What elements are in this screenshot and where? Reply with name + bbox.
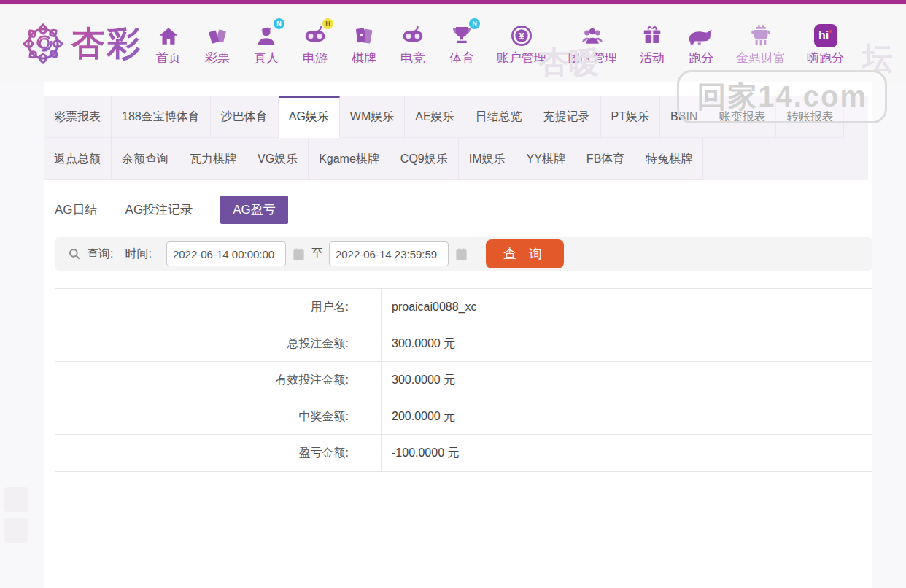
profit-loss-table: 用户名: proaicai0088_xc 总投注金额: 300.0000 元 有… <box>55 288 872 472</box>
search-bar: 查询: 时间: 至 查 询 <box>55 237 872 271</box>
table-row: 中奖金额: 200.0000 元 <box>55 398 872 435</box>
nav-item-lottery[interactable]: 彩票 <box>204 21 231 66</box>
row-label: 用户名: <box>55 289 382 325</box>
nav-label: 电游 <box>303 50 328 66</box>
nav-label: 活动 <box>640 50 665 66</box>
search-icon <box>68 247 81 260</box>
subtab-ag-rijie[interactable]: AG日结 <box>55 201 98 218</box>
nav-label: 真人 <box>254 50 279 66</box>
main-nav: 首页 彩票 N 真人 <box>155 21 844 66</box>
query-label: 查询: <box>87 247 113 262</box>
to-separator: 至 <box>311 247 323 262</box>
nav-item-esports[interactable]: 电竞 <box>399 21 427 66</box>
svg-text:¥: ¥ <box>519 31 524 42</box>
nav-item-sports[interactable]: N 体育 <box>448 21 476 66</box>
tab-caipiao-baobiao[interactable]: 彩票报表 <box>44 96 112 138</box>
nav-label: 首页 <box>156 50 181 66</box>
left-floating-widget[interactable] <box>4 518 28 543</box>
start-datetime-input[interactable] <box>166 241 286 266</box>
row-label: 有效投注金额: <box>55 362 382 398</box>
query-button[interactable]: 查 询 <box>486 239 564 268</box>
nav-label: 彩票 <box>205 50 230 66</box>
tab-rijie-zonglan[interactable]: 日结总览 <box>465 96 533 138</box>
nav-item-promotions[interactable]: 活动 <box>638 21 666 66</box>
valid-bet-value: 300.0000 元 <box>382 362 455 398</box>
total-bet-value: 300.0000 元 <box>382 325 455 361</box>
trophy-icon: N <box>448 21 476 47</box>
watermark: 回家14.com <box>677 70 887 123</box>
hi-icon: hi <box>812 21 840 47</box>
tab-yy-qipai[interactable]: YY棋牌 <box>516 138 576 180</box>
nav-label: 电竞 <box>400 50 425 66</box>
nav-item-paofen[interactable]: 跑分 <box>687 21 715 66</box>
home-icon <box>155 21 182 47</box>
tab-wali-qipai[interactable]: 瓦力棋牌 <box>179 138 247 180</box>
tab-im-yule[interactable]: IM娱乐 <box>459 138 516 180</box>
yuan-coin-icon: ¥ <box>508 21 535 47</box>
cards-icon <box>350 21 378 47</box>
tab-ag-yule[interactable]: AG娱乐 <box>279 96 340 138</box>
page: 杏嗳 坛 杏彩 首页 <box>0 0 906 588</box>
tab-shaba-tiyu[interactable]: 沙巴体育 <box>211 96 279 138</box>
nav-label: 嗨跑分 <box>807 50 844 66</box>
tab-fandian-zonge[interactable]: 返点总额 <box>44 138 112 180</box>
gift-icon <box>638 21 666 47</box>
tab-tetu-qipai[interactable]: 特兔棋牌 <box>635 138 703 180</box>
nav-item-jinding[interactable]: 金鼎财富 <box>736 21 786 66</box>
tab-kgame-qipai[interactable]: Kgame棋牌 <box>309 138 390 180</box>
row-label: 总投注金额: <box>55 325 382 361</box>
live-person-icon: N <box>252 21 280 47</box>
tab-cq9-yule[interactable]: CQ9娱乐 <box>390 138 459 180</box>
calendar-icon[interactable] <box>454 247 468 261</box>
end-datetime-input[interactable] <box>329 241 449 266</box>
rhino-icon <box>687 21 715 47</box>
subtab-ag-touzhu-jilu[interactable]: AG投注记录 <box>125 201 193 218</box>
profit-loss-value: -100.0000 元 <box>382 435 460 471</box>
tab-chongti-jilu[interactable]: 充提记录 <box>533 96 601 138</box>
table-row: 有效投注金额: 300.0000 元 <box>55 362 872 398</box>
ag-subtabs: AG日结 AG投注记录 AG盈亏 <box>55 196 872 223</box>
tab-yue-chaxun[interactable]: 余额查询 <box>112 138 179 180</box>
table-row: 总投注金额: 300.0000 元 <box>55 325 872 362</box>
win-amount-value: 200.0000 元 <box>382 398 455 434</box>
tab-ae-yule[interactable]: AE娱乐 <box>405 96 465 138</box>
brand-name: 杏彩 <box>71 21 142 66</box>
subtab-ag-yingkui[interactable]: AG盈亏 <box>220 196 288 224</box>
username-value: proaicai0088_xc <box>382 289 477 325</box>
nav-item-egames[interactable]: H 电游 <box>301 21 329 66</box>
lottery-tickets-icon <box>204 21 231 47</box>
logo-flower-icon <box>20 21 66 66</box>
nav-label: 棋牌 <box>352 50 376 66</box>
nav-item-live[interactable]: N 真人 <box>252 21 280 66</box>
gamepad-icon: H <box>301 21 329 47</box>
table-row: 用户名: proaicai0088_xc <box>55 289 872 325</box>
badge-n: N <box>469 18 480 29</box>
ding-tripod-icon <box>747 21 775 47</box>
nav-label: 跑分 <box>689 50 713 66</box>
nav-item-cards[interactable]: 棋牌 <box>350 21 378 66</box>
tab-vg-yule[interactable]: VG娱乐 <box>247 138 309 180</box>
nav-label: 体育 <box>449 50 474 66</box>
calendar-icon[interactable] <box>292 247 306 261</box>
watermark-decor-left: 杏嗳 <box>538 42 600 83</box>
time-label: 时间: <box>125 247 151 262</box>
row-label: 中奖金额: <box>55 398 382 434</box>
nav-label: 金鼎财富 <box>736 50 786 66</box>
table-row: 盈亏金额: -100.0000 元 <box>55 435 872 471</box>
badge-h: H <box>322 18 333 29</box>
left-floating-widget[interactable] <box>4 487 28 512</box>
brand-logo[interactable]: 杏彩 <box>20 21 142 66</box>
nav-item-hipaofen[interactable]: hi 嗨跑分 <box>807 21 844 66</box>
tab-pt-yule[interactable]: PT娱乐 <box>601 96 660 138</box>
tab-188-jinbaobo-tiyu[interactable]: 188金宝博体育 <box>112 96 211 138</box>
esports-gamepad-icon <box>399 21 427 47</box>
content-card: 彩票报表 188金宝博体育 沙巴体育 AG娱乐 WM娱乐 AE娱乐 日结总览 充… <box>44 82 872 588</box>
nav-item-home[interactable]: 首页 <box>155 21 182 66</box>
badge-n: N <box>274 18 284 29</box>
tab-wm-yule[interactable]: WM娱乐 <box>340 96 405 138</box>
row-label: 盈亏金额: <box>55 435 382 471</box>
tab-fb-tiyu[interactable]: FB体育 <box>576 138 635 180</box>
